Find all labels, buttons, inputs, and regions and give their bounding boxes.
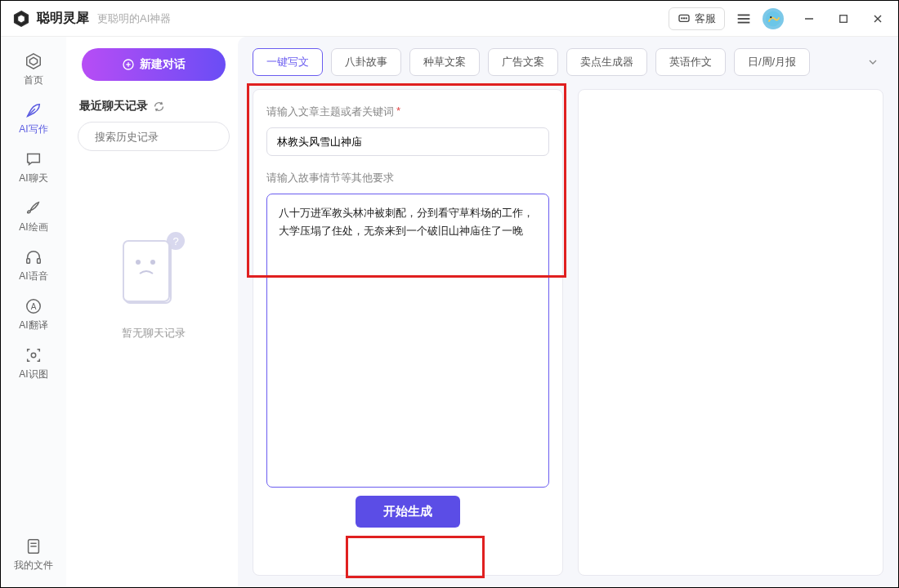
refresh-icon[interactable] [153,100,165,113]
sidebar-item-chat[interactable]: AI聊天 [9,145,58,190]
output-column [578,89,883,576]
translate-icon: A [25,297,42,315]
empty-illustration: ? [117,229,190,311]
annotation-highlight-bottom [346,536,485,578]
svg-rect-12 [840,15,848,22]
svg-point-5 [686,17,687,18]
file-icon [25,537,42,555]
sidebar-item-image[interactable]: AI识图 [9,341,58,386]
tabs-more-button[interactable] [862,51,883,73]
svg-text:A: A [31,301,37,310]
menu-button[interactable] [735,10,753,28]
tab-onekey-write[interactable]: 一键写文 [253,48,323,76]
required-asterisk: * [396,105,400,119]
feather-icon [25,101,42,119]
history-title-text: 最近聊天记录 [79,99,148,114]
headphone-icon [25,248,42,266]
history-title: 最近聊天记录 [79,99,228,114]
maximize-button[interactable] [834,10,852,28]
svg-point-35 [136,260,141,265]
sidebar-item-label: 首页 [24,74,43,87]
tab-report[interactable]: 日/周/月报 [734,48,810,76]
tab-ad-copy[interactable]: 广告文案 [488,48,558,76]
support-button[interactable]: 客服 [669,7,725,30]
generate-button[interactable]: 开始生成 [356,496,460,528]
topic-input[interactable] [266,127,549,156]
svg-point-22 [31,353,36,358]
history-search[interactable] [78,122,230,151]
new-chat-label: 新建对话 [140,57,186,72]
tab-english-essay[interactable]: 英语作文 [655,48,726,76]
plus-circle-icon [122,58,135,71]
svg-marker-1 [17,14,25,23]
sidebar-item-label: 我的文件 [14,559,53,572]
chat-bubble-icon [25,150,42,168]
sidebar-item-label: AI识图 [19,368,47,381]
sidebar-item-home[interactable]: 首页 [9,47,58,92]
sidebar: 首页 AI写作 AI聊天 AI绘画 AI语音 A AI翻译 AI识图 [1,37,66,587]
tab-gossip[interactable]: 八卦故事 [331,48,401,76]
avatar[interactable] [763,8,784,29]
history-panel: 新建对话 最近聊天记录 ? 暂无聊天记录 [66,37,238,587]
svg-marker-15 [27,53,41,68]
scan-icon [25,346,42,364]
history-empty-text: 暂无聊天记录 [122,326,186,341]
svg-marker-16 [29,57,37,65]
tab-sellpoint[interactable]: 卖点生成器 [566,48,647,76]
new-chat-button[interactable]: 新建对话 [82,48,226,81]
form-column: 请输入文章主题或者关键词 * 请输入故事情节等其他要求 开始生成 [253,89,563,576]
svg-text:?: ? [172,235,178,247]
plot-textarea[interactable] [266,194,549,488]
sidebar-item-files[interactable]: 我的文件 [9,532,58,577]
home-icon [25,52,42,70]
sidebar-item-label: AI写作 [19,122,47,136]
sidebar-item-translate[interactable]: A AI翻译 [9,292,58,337]
app-subtitle: 更聪明的AI神器 [97,11,171,26]
sidebar-item-label: AI绘画 [19,220,47,234]
minimize-button[interactable] [800,10,818,28]
tabs: 一键写文 八卦故事 种草文案 广告文案 卖点生成器 英语作文 日/周/月报 [253,48,883,76]
close-button[interactable] [869,10,887,28]
app-name: 聪明灵犀 [37,10,89,27]
sidebar-item-label: AI翻译 [19,318,47,332]
topic-label: 请输入文章主题或者关键词 * [266,105,549,119]
svg-rect-19 [38,258,41,263]
svg-point-4 [683,17,684,18]
main-area: 一键写文 八卦故事 种草文案 广告文案 卖点生成器 英语作文 日/周/月报 请输… [238,37,898,587]
sidebar-item-voice[interactable]: AI语音 [9,243,58,288]
chat-icon [678,12,691,25]
titlebar: 聪明灵犀 更聪明的AI神器 客服 [1,1,898,37]
history-search-input[interactable] [95,131,232,143]
tab-seed-copy[interactable]: 种草文案 [409,48,480,76]
svg-rect-18 [27,258,30,263]
svg-point-10 [770,16,772,18]
sidebar-item-label: AI语音 [19,270,47,283]
svg-point-3 [682,17,682,18]
sidebar-item-label: AI聊天 [19,172,47,185]
support-label: 客服 [695,11,716,26]
brush-icon [25,199,42,217]
sidebar-item-writing[interactable]: AI写作 [9,96,58,141]
svg-point-36 [150,260,155,265]
app-logo-icon [12,10,30,28]
plot-label: 请输入故事情节等其他要求 [266,171,549,185]
chevron-down-icon [866,56,879,69]
sidebar-item-draw[interactable]: AI绘画 [9,194,58,239]
